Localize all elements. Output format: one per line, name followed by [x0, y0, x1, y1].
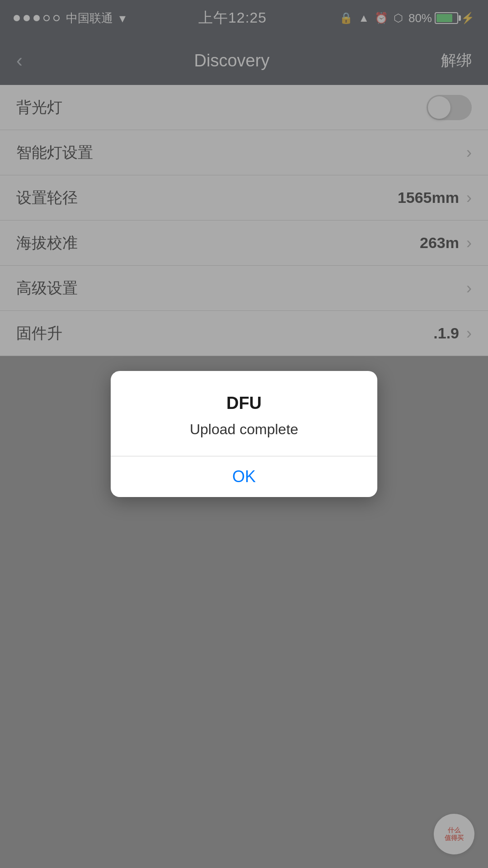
alert-dialog: DFU Upload complete OK: [111, 371, 377, 497]
dialog-overlay: DFU Upload complete OK: [0, 0, 488, 868]
ok-button[interactable]: OK: [111, 456, 377, 497]
alert-content: DFU Upload complete: [111, 371, 377, 456]
alert-actions: OK: [111, 456, 377, 497]
alert-message: Upload complete: [129, 421, 359, 438]
alert-title: DFU: [129, 394, 359, 413]
